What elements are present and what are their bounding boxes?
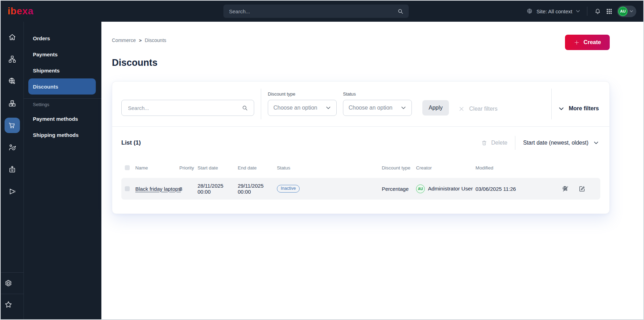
sort-label: Start date (newest, oldest) [523, 140, 588, 146]
bookmarks-star-icon[interactable] [1, 297, 16, 312]
status-badge: Inactive [277, 185, 300, 193]
app-grid-icon[interactable] [606, 8, 613, 15]
sidebar-item-shipping-methods[interactable]: Shipping methods [24, 127, 101, 143]
column-header-start-date: Start date [198, 165, 238, 171]
user-menu[interactable]: AU [617, 6, 636, 17]
start-date-value: 28/11/2025 00:00 [198, 183, 238, 195]
sidebar-item-label: Shipping methods [33, 132, 79, 138]
site-context-label: Site: All context [536, 8, 572, 14]
sidebar-item-payment-methods[interactable]: Payment methods [24, 111, 101, 127]
create-button-label: Create [584, 39, 601, 46]
main-nav-rail [1, 22, 24, 319]
sidebar-item-label: Orders [33, 35, 50, 41]
rail-divider [1, 294, 24, 294]
discounts-card: Discount type Choose an option Status Ch… [112, 81, 610, 214]
sidebar-item-label: Payment methods [33, 116, 78, 122]
discount-type-select[interactable]: Choose an option [268, 100, 337, 116]
ibexa-logo[interactable]: ibexa [8, 6, 34, 16]
site-context-selector[interactable]: Site: All context [526, 8, 580, 15]
sidebar-item-orders[interactable]: Orders [24, 30, 101, 46]
chevron-down-icon [558, 106, 564, 112]
column-header-name: Name [135, 165, 179, 171]
main-content: Commerce > Discounts Create Discounts [101, 22, 643, 319]
chevron-down-icon [325, 105, 331, 111]
clear-filters-label: Clear filters [469, 106, 498, 112]
sidebar-item-discounts[interactable]: Discounts [28, 78, 96, 95]
status-label: Status [343, 91, 412, 97]
creator-avatar: AU [416, 185, 425, 193]
rail-divider [1, 272, 24, 273]
settings-gear-icon[interactable] [1, 276, 16, 291]
discount-name-link[interactable]: Black friday laptops [135, 186, 181, 192]
sidebar-item-payments[interactable]: Payments [24, 46, 101, 62]
discount-type-label: Discount type [268, 91, 337, 97]
filter-divider [261, 89, 261, 119]
breadcrumb-discounts: Discounts [145, 37, 166, 43]
page-title: Discounts [112, 57, 610, 68]
chevron-down-icon [629, 9, 634, 13]
sidebar-item-shipments[interactable]: Shipments [24, 62, 101, 78]
sidebar-item-label: Discounts [33, 84, 58, 90]
global-search[interactable] [223, 5, 409, 18]
content-tree-icon[interactable] [5, 51, 20, 67]
list-section: List (1) Delete Start date (newest, olde… [112, 126, 609, 214]
sidebar-item-label: Shipments [33, 68, 60, 74]
more-filters-label: More filters [569, 105, 599, 112]
status-value: Choose an option [349, 105, 392, 111]
discounts-page: ibexa Site: All context [0, 0, 644, 320]
discount-type-value: Percentage [382, 186, 416, 192]
table-header: Name Priority Start date End date Status… [121, 161, 600, 175]
apply-button[interactable]: Apply [422, 100, 449, 116]
chevron-down-icon [401, 105, 406, 111]
breadcrumb-commerce[interactable]: Commerce [112, 37, 136, 43]
product-catalog-icon[interactable] [5, 96, 20, 111]
breadcrumb-separator: > [139, 38, 142, 43]
delete-button[interactable]: Delete [481, 140, 507, 146]
globe-icon [526, 8, 533, 15]
column-header-creator: Creator [416, 165, 475, 171]
filter-bar: Discount type Choose an option Status Ch… [112, 82, 609, 126]
trash-icon [481, 140, 487, 146]
filter-divider [551, 89, 552, 119]
priority-value: 8 [179, 186, 198, 192]
create-button[interactable]: Create [565, 35, 610, 50]
chevron-down-icon [575, 9, 580, 14]
submenu-divider [24, 98, 101, 99]
more-filters-button[interactable]: More filters [558, 105, 599, 112]
top-bar: ibexa Site: All context [1, 1, 643, 22]
column-header-priority: Priority [179, 165, 198, 171]
select-all-checkbox[interactable] [125, 165, 130, 170]
sort-dropdown[interactable]: Start date (newest, oldest) [523, 140, 600, 146]
list-title: List (1) [121, 139, 141, 146]
settings-section-label: Settings [24, 102, 101, 107]
sidebar-item-label: Payments [33, 51, 58, 57]
creator-name: Administrator User [428, 186, 473, 192]
marketing-megaphone-icon[interactable] [5, 184, 20, 199]
search-icon [397, 8, 404, 15]
site-icon[interactable] [5, 74, 20, 89]
status-select[interactable]: Choose an option [343, 100, 412, 116]
preview-disabled-icon[interactable] [562, 185, 569, 193]
modified-value: 03/06/2025 11:26 [475, 186, 516, 192]
row-checkbox[interactable] [125, 186, 130, 191]
column-header-status: Status [277, 165, 382, 171]
home-icon[interactable] [5, 29, 20, 45]
filter-search[interactable] [121, 100, 254, 116]
personalization-icon[interactable] [5, 140, 20, 155]
close-icon [458, 106, 465, 112]
global-search-input[interactable] [228, 8, 397, 15]
commerce-cart-icon[interactable] [5, 118, 20, 133]
customers-badge-icon[interactable] [5, 162, 20, 177]
delete-button-label: Delete [491, 140, 507, 146]
discount-type-value: Choose an option [273, 105, 317, 111]
breadcrumb: Commerce > Discounts [112, 37, 166, 43]
filter-search-input[interactable] [127, 105, 242, 111]
column-header-end-date: End date [238, 165, 277, 171]
notifications-bell-icon[interactable] [594, 8, 601, 15]
clear-filters-button[interactable]: Clear filters [458, 106, 498, 112]
plus-icon [574, 40, 580, 46]
edit-icon[interactable] [579, 185, 586, 192]
table-row: Black friday laptops 8 28/11/2025 00:00 … [121, 178, 600, 200]
commerce-submenu: Orders Payments Shipments Discounts Sett… [24, 22, 101, 319]
column-header-discount-type: Discount type [382, 165, 416, 171]
